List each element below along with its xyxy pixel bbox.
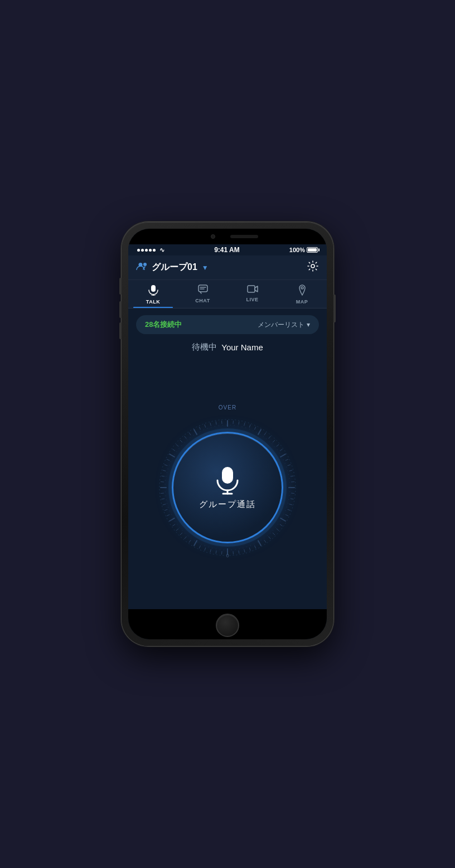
members-count: 28名接続中 (145, 320, 182, 330)
status-time: 9:41 AM (214, 246, 240, 254)
svg-line-75 (185, 436, 186, 438)
svg-line-38 (273, 533, 275, 535)
status-user-name: Your Name (221, 343, 263, 352)
wifi-icon: ∿ (159, 247, 164, 254)
svg-line-39 (269, 537, 270, 539)
svg-line-74 (180, 440, 182, 442)
svg-line-56 (180, 533, 182, 535)
map-icon (298, 284, 307, 297)
live-icon (247, 284, 258, 295)
svg-line-81 (216, 421, 216, 424)
main-content: 28名接続中 メンバーリスト ▾ 待機中 Your Name OVER (128, 308, 327, 609)
status-left: ∿ (137, 247, 164, 254)
svg-line-78 (199, 427, 200, 430)
svg-line-76 (189, 432, 191, 435)
svg-line-71 (170, 454, 175, 457)
ptt-button-label: グループ通話 (199, 499, 256, 510)
status-waiting-label: 待機中 (192, 342, 217, 353)
svg-line-22 (280, 449, 282, 451)
svg-line-52 (199, 546, 200, 548)
svg-line-45 (239, 551, 239, 553)
battery-text: 100% (289, 247, 305, 253)
tab-bar: TALK CHAT (128, 280, 327, 308)
svg-line-15 (249, 425, 250, 427)
speaker-grille (230, 235, 258, 238)
svg-line-50 (210, 549, 211, 552)
svg-line-69 (164, 464, 167, 465)
svg-line-40 (264, 540, 266, 542)
svg-line-70 (167, 459, 170, 460)
signal-icon (137, 249, 156, 252)
members-list-button[interactable]: メンバーリスト ▾ (258, 320, 310, 330)
svg-line-53 (194, 541, 197, 546)
chat-icon (198, 284, 208, 296)
svg-line-25 (288, 464, 291, 465)
members-list-label: メンバーリスト (258, 320, 304, 330)
tab-map-label: MAP (296, 299, 308, 305)
svg-line-18 (264, 432, 266, 435)
svg-line-42 (255, 546, 256, 548)
battery-icon (307, 247, 318, 253)
svg-line-26 (289, 470, 292, 470)
svg-line-51 (205, 548, 206, 551)
ptt-ring-container: // We'll render ticks via inline SVG in … (155, 415, 300, 560)
svg-line-67 (162, 476, 164, 476)
svg-line-49 (216, 551, 216, 553)
dropdown-arrow-icon[interactable]: ▼ (202, 264, 209, 272)
settings-button[interactable] (307, 260, 319, 275)
svg-line-55 (185, 537, 186, 539)
svg-line-34 (285, 514, 288, 515)
svg-line-43 (249, 548, 250, 551)
tab-chat[interactable]: CHAT (178, 280, 228, 308)
svg-point-10 (301, 287, 303, 289)
ptt-area: OVER // We'll render ticks via inline SV… (136, 361, 319, 602)
status-bar: ∿ 9:41 AM 100% (128, 244, 327, 255)
svg-line-21 (277, 444, 279, 446)
svg-line-20 (273, 440, 275, 442)
tab-live-label: LIVE (246, 297, 258, 302)
svg-line-35 (280, 518, 285, 521)
svg-rect-6 (199, 285, 207, 292)
talk-icon (148, 284, 158, 297)
svg-line-44 (244, 549, 245, 552)
tab-map[interactable]: MAP (277, 280, 327, 308)
svg-line-62 (163, 504, 166, 504)
svg-line-33 (288, 509, 291, 510)
svg-rect-3 (151, 285, 156, 292)
svg-line-27 (291, 476, 293, 476)
svg-line-37 (277, 528, 279, 530)
members-bar[interactable]: 28名接続中 メンバーリスト ▾ (136, 315, 319, 334)
svg-line-68 (163, 470, 166, 470)
home-button[interactable] (216, 614, 239, 637)
svg-line-77 (194, 430, 197, 435)
svg-line-61 (164, 509, 167, 510)
svg-line-14 (244, 423, 245, 426)
home-button-area (128, 609, 327, 639)
svg-line-24 (285, 459, 288, 460)
svg-line-36 (280, 524, 282, 525)
tab-chat-label: CHAT (195, 298, 210, 303)
svg-line-58 (173, 524, 175, 525)
svg-line-60 (167, 514, 170, 515)
svg-line-57 (176, 528, 178, 530)
svg-line-32 (289, 504, 292, 504)
group-name: グループ01 (152, 262, 197, 273)
svg-line-80 (210, 423, 211, 426)
nav-title-area[interactable]: グループ01 ▼ (136, 262, 209, 273)
svg-line-16 (255, 427, 256, 430)
svg-line-19 (269, 436, 270, 438)
svg-text:0: 0 (226, 553, 229, 558)
svg-point-1 (143, 263, 147, 266)
svg-rect-86 (222, 467, 233, 484)
svg-line-31 (291, 498, 293, 499)
svg-line-73 (176, 444, 178, 446)
svg-line-59 (170, 518, 175, 521)
members-list-chevron-icon: ▾ (307, 321, 310, 329)
ptt-button[interactable]: グループ通話 (172, 432, 283, 543)
svg-line-54 (189, 540, 191, 542)
tab-talk[interactable]: TALK (128, 280, 178, 308)
camera-dot (211, 234, 215, 239)
tab-live[interactable]: LIVE (228, 280, 277, 308)
notch-area (128, 229, 327, 244)
svg-line-13 (239, 421, 239, 424)
